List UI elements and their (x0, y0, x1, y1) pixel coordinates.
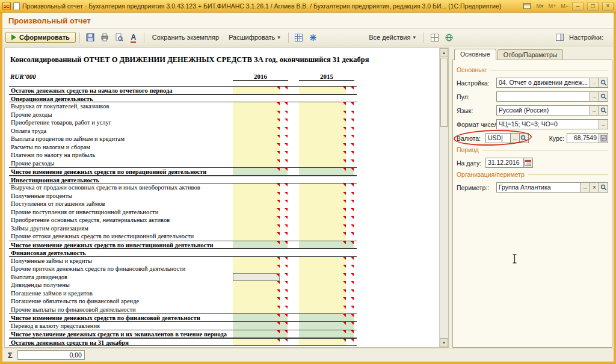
report-cell[interactable] (233, 127, 280, 135)
report-row[interactable]: Платежи по налогу на прибыль (9, 151, 357, 159)
report-cell[interactable] (346, 265, 354, 273)
report-cell[interactable] (346, 87, 354, 94)
report-cell[interactable] (299, 143, 346, 152)
sum-value[interactable]: 0,00 (17, 350, 85, 360)
tab-otbor-parametry[interactable]: Отбор/Параметры (497, 49, 564, 60)
report-cell[interactable] (233, 289, 280, 298)
memory-icon-1[interactable]: M▾ (536, 3, 543, 9)
report-cell[interactable] (280, 159, 288, 168)
report-cell[interactable] (346, 143, 354, 152)
maximize-button[interactable]: □ (587, 2, 599, 11)
report-cell[interactable] (280, 314, 288, 321)
report-cell[interactable] (233, 241, 280, 248)
scrollbar-track[interactable] (440, 128, 448, 338)
report-cell[interactable] (280, 289, 288, 298)
report-cell[interactable] (280, 102, 288, 111)
magnifier-icon[interactable] (599, 105, 608, 116)
report-cell[interactable] (280, 306, 288, 314)
report-cell[interactable] (346, 159, 354, 168)
report-cell[interactable] (233, 232, 280, 241)
report-cell[interactable] (233, 297, 280, 306)
report-cell[interactable] (280, 273, 288, 282)
column-header-2015[interactable]: 2015 (299, 73, 354, 81)
report-cell[interactable] (299, 192, 346, 200)
report-cell[interactable] (346, 168, 354, 175)
report-cell[interactable] (346, 151, 354, 159)
field-input[interactable]: 04. Отчет о движении денеж... (496, 78, 590, 88)
field-input[interactable]: Группа Атлантика (496, 182, 581, 193)
report-cell[interactable] (299, 159, 346, 168)
report-cell[interactable] (233, 339, 280, 346)
report-row[interactable]: Погашение обязательств по финансовой аре… (9, 297, 357, 306)
globe-icon[interactable] (442, 31, 455, 43)
report-cell[interactable] (233, 306, 280, 314)
sparkle-icon[interactable] (307, 31, 320, 43)
report-cell[interactable] (280, 168, 288, 175)
report-row[interactable]: Погашение займов и кредитов (9, 289, 357, 298)
memory-icon-3[interactable]: M− (561, 3, 568, 9)
report-cell[interactable] (280, 208, 288, 217)
report-cell[interactable] (346, 192, 354, 200)
report-cell[interactable] (280, 184, 288, 192)
report-cell[interactable] (299, 119, 346, 127)
save-icon[interactable] (84, 31, 97, 43)
clear-button[interactable]: × (590, 182, 599, 193)
report-cell[interactable] (346, 273, 354, 282)
report-cell[interactable] (280, 111, 288, 119)
report-row[interactable]: Выплата процентов по займам и кредитам (9, 135, 357, 143)
report-cell[interactable] (280, 135, 288, 143)
report-row[interactable]: Прочие доходы (9, 111, 357, 119)
report-row[interactable]: Прочие поступления от инвестиционной дея… (9, 208, 357, 217)
report-cell[interactable] (233, 151, 280, 159)
report-row[interactable]: Полученные займы и кредиты (9, 257, 357, 265)
scrollbar-thumb[interactable] (440, 58, 448, 127)
field-input[interactable]: Русский (Россия) (496, 105, 590, 116)
report-cell[interactable] (299, 289, 346, 298)
font-settings-icon[interactable]: A (127, 31, 140, 43)
report-cell[interactable] (280, 330, 288, 338)
table-icon[interactable] (292, 31, 306, 43)
report-cell[interactable] (280, 87, 288, 94)
titlebar[interactable]: 1С Произвольный отчет - Бухгалтерия пред… (0, 0, 616, 13)
select-button[interactable]: ... (590, 91, 599, 102)
report-row[interactable]: Выручка от продажи основных средств и ин… (9, 184, 357, 192)
select-button[interactable]: ... (590, 105, 599, 116)
report-cell[interactable] (233, 168, 280, 175)
report-cell[interactable] (299, 102, 346, 111)
report-cell[interactable] (299, 257, 346, 265)
report-cell[interactable] (233, 143, 280, 152)
report-cell[interactable] (280, 151, 288, 159)
report-cell[interactable] (299, 306, 346, 314)
report-cell[interactable] (346, 322, 354, 330)
report-row[interactable]: Остаток денежных средств на начало отчет… (9, 86, 357, 94)
report-cell[interactable] (280, 265, 288, 273)
report-cell[interactable] (233, 208, 280, 217)
calculator-icon[interactable] (599, 133, 608, 143)
report-cell[interactable] (346, 241, 354, 248)
report-cell[interactable] (233, 87, 280, 94)
report-cell[interactable] (233, 265, 280, 273)
magnifier-icon[interactable] (599, 91, 608, 102)
field-input[interactable]: 68,7549 (567, 133, 599, 143)
report-row[interactable]: Приобретение товаров, работ и услуг (9, 119, 357, 127)
report-row[interactable]: Прочие расходы (9, 159, 357, 168)
report-cell[interactable] (280, 297, 288, 306)
report-scroll[interactable]: Консолидированный ОТЧЕТ О ДВИЖЕНИИ ДЕНЕЖ… (5, 48, 439, 347)
report-cell[interactable] (299, 151, 346, 159)
scroll-down-icon[interactable]: ▼ (440, 338, 448, 347)
panel-toggle-icon[interactable] (553, 31, 566, 43)
report-cell[interactable] (346, 102, 354, 111)
report-cell[interactable] (233, 192, 280, 200)
tab-osnovnye[interactable]: Основные (454, 49, 496, 60)
report-cell[interactable] (299, 273, 346, 282)
report-cell[interactable] (346, 314, 354, 321)
report-cell[interactable] (233, 184, 280, 192)
field-input[interactable]: 31.12.2016 (485, 158, 524, 168)
report-cell[interactable] (233, 102, 280, 111)
report-row[interactable]: Прочие оттоки денежных средств по инвест… (9, 232, 357, 241)
report-row[interactable]: Чистое изменение денежных средств по опе… (9, 167, 357, 176)
report-cell[interactable] (280, 143, 288, 152)
report-cell[interactable] (233, 135, 280, 143)
report-row[interactable]: Дивиденды получены (9, 281, 357, 289)
report-cell[interactable] (299, 330, 346, 338)
